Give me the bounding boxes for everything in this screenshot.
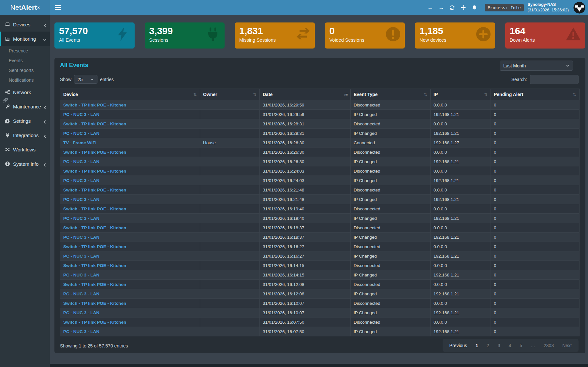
page-button-2[interactable]: 2	[482, 343, 493, 348]
back-arrow-icon[interactable]: ←	[425, 0, 436, 15]
table-cell: 0	[491, 289, 580, 299]
column-header-ip[interactable]: IP	[431, 89, 491, 100]
stat-card-voided-sessions[interactable]: 0Voided Sessions	[325, 22, 405, 49]
device-link[interactable]: Switch - TP link POE - Kitchen	[60, 185, 200, 195]
sidebar-subitem-presence[interactable]: Presence	[0, 46, 50, 56]
table-cell: 192.168.1.21	[431, 110, 491, 119]
chevron-down-icon	[43, 37, 47, 41]
stat-card-all-events[interactable]: 57,570All Events	[54, 22, 135, 49]
app-logo[interactable]: NetAlertx	[0, 0, 50, 15]
sidebar-subitem-events[interactable]: Events	[0, 56, 50, 65]
device-link[interactable]: PC - NUC 3 - LAN	[60, 195, 200, 204]
table-cell: IP Changed	[351, 157, 431, 166]
table-cell: Disconnected	[351, 100, 431, 110]
page-button-previous[interactable]: Previous	[445, 343, 471, 348]
table-cell: 192.168.1.27	[431, 138, 491, 148]
column-header-pending-alert[interactable]: Pending Alert	[491, 89, 580, 100]
column-header-owner[interactable]: Owner	[200, 89, 260, 100]
column-header-event-type[interactable]: Event Type	[351, 89, 431, 100]
sidebar-subitem-sent-reports[interactable]: Sent reports	[0, 65, 50, 75]
device-link[interactable]: TV - Frame WiFi	[60, 138, 200, 148]
bell-icon[interactable]	[469, 0, 480, 15]
table-cell: 31/01/2026, 16:14:15	[260, 270, 351, 280]
sidebar-item-label: Maintenance	[13, 104, 43, 109]
table-cell	[200, 299, 260, 308]
sidebar-toggle-icon[interactable]	[51, 0, 66, 15]
device-link[interactable]: Switch - TP link POE - Kitchen	[60, 318, 200, 327]
page-button-1[interactable]: 1	[471, 343, 482, 348]
table-cell: 0	[491, 100, 580, 110]
page-button-3[interactable]: 3	[493, 343, 505, 348]
table-cell: IP Changed	[351, 195, 431, 204]
device-link[interactable]: PC - NUC 3 - LAN	[60, 110, 200, 119]
search-input[interactable]	[530, 75, 579, 84]
sidebar-item-devices[interactable]: Devices	[0, 17, 50, 32]
pagination: Previous12345…2303Next	[443, 339, 579, 352]
bolt-icon	[115, 26, 131, 42]
table-cell	[200, 280, 260, 289]
table-cell	[200, 223, 260, 233]
page-length-select[interactable]: 25	[74, 75, 97, 84]
forward-arrow-icon[interactable]: →	[436, 0, 447, 15]
device-link[interactable]: Switch - TP link POE - Kitchen	[60, 204, 200, 214]
device-link[interactable]: Switch - TP link POE - Kitchen	[60, 148, 200, 157]
period-select[interactable]: Last Month	[500, 61, 573, 71]
table-cell: 31/01/2026, 16:10:07	[260, 308, 351, 318]
table-row: PC - NUC 3 - LAN31/01/2026, 16:19:40IP C…	[60, 214, 580, 223]
table-row: Switch - TP link POE - Kitchen31/01/2026…	[60, 100, 580, 110]
device-link[interactable]: PC - NUC 3 - LAN	[60, 233, 200, 242]
rocket-icon[interactable]	[2, 97, 8, 104]
stat-card-sessions[interactable]: 3,399Sessions	[145, 22, 225, 49]
device-link[interactable]: PC - NUC 3 - LAN	[60, 308, 200, 318]
user-avatar[interactable]	[573, 2, 585, 14]
device-link[interactable]: PC - NUC 3 - LAN	[60, 327, 200, 336]
device-link[interactable]: PC - NUC 3 - LAN	[60, 157, 200, 166]
table-cell: 0.0.0.0	[431, 299, 491, 308]
sidebar-item-system-info[interactable]: System info	[0, 157, 50, 171]
device-link[interactable]: PC - NUC 3 - LAN	[60, 214, 200, 223]
device-link[interactable]: Switch - TP link POE - Kitchen	[60, 280, 200, 289]
table-cell: 0	[491, 214, 580, 223]
device-link[interactable]: Switch - TP link POE - Kitchen	[60, 100, 200, 110]
table-row: Switch - TP link POE - Kitchen31/01/2026…	[60, 148, 580, 157]
table-cell: 0	[491, 110, 580, 119]
table-cell	[200, 110, 260, 119]
sidebar-subitem-notifications[interactable]: Notifications	[0, 75, 50, 85]
page-button-2303[interactable]: 2303	[539, 343, 558, 348]
stat-card-down-alerts[interactable]: 164Down Alerts	[505, 22, 585, 49]
table-cell: 31/01/2026, 16:29:59	[260, 110, 351, 119]
table-cell: 0.0.0.0	[431, 242, 491, 251]
device-link[interactable]: Switch - TP link POE - Kitchen	[60, 223, 200, 233]
device-link[interactable]: PC - NUC 3 - LAN	[60, 270, 200, 280]
table-cell	[200, 157, 260, 166]
sidebar-item-settings[interactable]: Settings	[0, 114, 50, 128]
table-cell: 192.168.1.21	[431, 327, 491, 336]
table-cell: Disconnected	[351, 318, 431, 327]
device-link[interactable]: PC - NUC 3 - LAN	[60, 289, 200, 299]
device-link[interactable]: Switch - TP link POE - Kitchen	[60, 166, 200, 176]
sidebar-item-workflows[interactable]: Workflows	[0, 142, 50, 157]
device-link[interactable]: PC - NUC 3 - LAN	[60, 251, 200, 261]
sidebar-item-monitoring[interactable]: Monitoring	[0, 32, 50, 46]
stat-card-missing-sessions[interactable]: 1,831Missing Sessions	[235, 22, 315, 49]
column-header-device[interactable]: Device	[60, 89, 200, 100]
table-cell	[200, 166, 260, 176]
page-button-next[interactable]: Next	[558, 343, 576, 348]
refresh-icon[interactable]	[447, 0, 458, 15]
device-link[interactable]: PC - NUC 3 - LAN	[60, 129, 200, 138]
page-button-5[interactable]: 5	[515, 343, 526, 348]
device-link[interactable]: Switch - TP link POE - Kitchen	[60, 299, 200, 308]
stat-card-new-devices[interactable]: 1,185New devices	[415, 22, 495, 49]
table-row: Switch - TP link POE - Kitchen31/01/2026…	[60, 185, 580, 195]
page-bottom-strip	[0, 364, 588, 367]
sidebar-item-integrations[interactable]: Integrations	[0, 128, 50, 142]
table-cell: 0	[491, 195, 580, 204]
device-link[interactable]: PC - NUC 3 - LAN	[60, 176, 200, 185]
move-icon[interactable]	[458, 0, 469, 15]
page-button-…[interactable]: …	[526, 343, 539, 348]
device-link[interactable]: Switch - TP link POE - Kitchen	[60, 119, 200, 129]
column-header-date[interactable]: Date	[260, 89, 351, 100]
page-button-4[interactable]: 4	[504, 343, 515, 348]
device-link[interactable]: Switch - TP link POE - Kitchen	[60, 242, 200, 251]
device-link[interactable]: Switch - TP link POE - Kitchen	[60, 261, 200, 270]
